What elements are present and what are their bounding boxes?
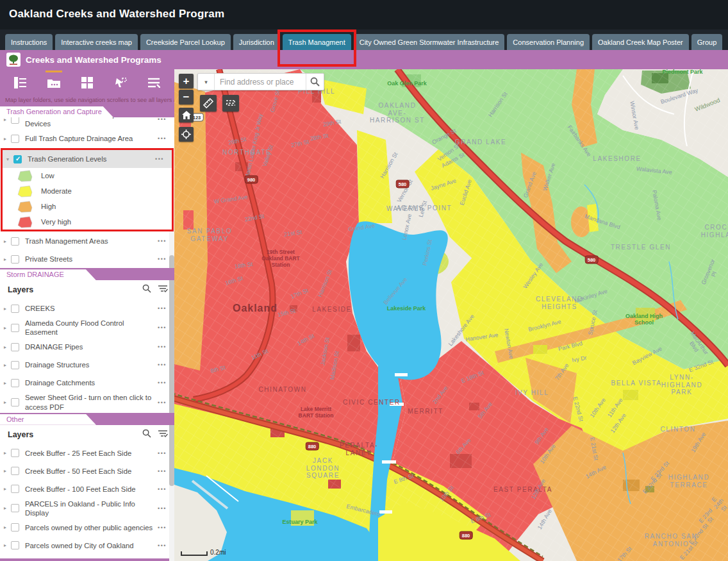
- collapse-icon[interactable]: ▾: [6, 156, 13, 162]
- search-icon[interactable]: [306, 74, 324, 90]
- map-layer-folders-icon[interactable]: [43, 69, 65, 96]
- tab-group[interactable]: Group: [691, 34, 723, 50]
- layer-menu-icon[interactable]: •••: [158, 362, 170, 368]
- scrollbar-thumb[interactable]: [169, 255, 174, 486]
- layer-checkbox[interactable]: [11, 467, 19, 475]
- tab-conservation-planning[interactable]: Conservation Planning: [507, 34, 590, 50]
- zoom-out-button[interactable]: −: [179, 90, 194, 105]
- search-input[interactable]: [215, 74, 306, 90]
- layer-row-alameda-county-flood-control-easement[interactable]: ▸Alameda County Flood Control Easement••…: [0, 317, 174, 338]
- expand-icon[interactable]: ▸: [4, 344, 11, 350]
- search-layers-icon[interactable]: [142, 429, 151, 440]
- layer-menu-icon[interactable]: •••: [158, 238, 170, 244]
- expand-icon[interactable]: ▸: [4, 542, 11, 548]
- expand-icon[interactable]: ▸: [4, 524, 11, 530]
- layer-row-trash-generation-levels[interactable]: ▾Trash Generation Levels•••: [3, 150, 172, 168]
- layer-checkbox[interactable]: [11, 343, 19, 351]
- layer-checkbox[interactable]: [11, 523, 19, 532]
- layer-checkbox[interactable]: [11, 237, 19, 246]
- expand-icon[interactable]: ▸: [4, 239, 11, 244]
- layer-menu-icon[interactable]: •••: [158, 135, 170, 142]
- toolbar-hint-text: Map layer folders, use side navigation s…: [0, 96, 174, 105]
- layer-menu-icon[interactable]: •••: [155, 156, 168, 162]
- tab-city-owned-green-stormwater-infrastructure[interactable]: City Owned Green Stormwater Infrastructu…: [354, 34, 505, 50]
- expand-icon[interactable]: ▸: [4, 486, 11, 492]
- layer-checkbox[interactable]: [11, 255, 19, 264]
- layer-menu-icon[interactable]: •••: [158, 468, 170, 474]
- layer-menu-icon[interactable]: •••: [158, 524, 170, 531]
- layer-checkbox[interactable]: [11, 449, 19, 457]
- layer-label: DRAINAGE Pipes: [25, 342, 158, 351]
- measure-tool-button[interactable]: [200, 95, 217, 112]
- zoom-in-button[interactable]: +: [179, 74, 194, 88]
- layer-menu-icon[interactable]: •••: [158, 324, 170, 331]
- layer-menu-icon[interactable]: •••: [158, 542, 170, 549]
- layer-checkbox[interactable]: [11, 324, 19, 332]
- expand-icon[interactable]: ▸: [4, 399, 11, 405]
- layer-row-creek-buffer-25-feet-each-side[interactable]: ▸Creek Buffer - 25 Feet Each Side•••: [0, 444, 174, 462]
- layer-checkbox[interactable]: [11, 541, 19, 549]
- layer-checkbox[interactable]: [11, 361, 19, 369]
- layer-checkbox[interactable]: [13, 155, 22, 163]
- tab-creekside-parcel-lookup[interactable]: Creekside Parcel Lookup: [140, 34, 231, 50]
- layer-menu-icon[interactable]: •••: [158, 344, 170, 350]
- filter-layers-icon[interactable]: [158, 429, 168, 440]
- layer-row-drainage-structures[interactable]: ▸Drainage Structures•••: [0, 356, 174, 374]
- map-viewport[interactable]: OaklandNORTHGATEWAVERLYSAN PABLO GATEWAY…: [174, 69, 728, 561]
- layer-row-drainage-catchments[interactable]: ▸Drainage Catchments•••: [0, 374, 174, 392]
- layer-checkbox[interactable]: [11, 398, 19, 406]
- layer-list-icon[interactable]: [10, 69, 31, 96]
- section-tab-storm-drainage[interactable]: Storm DRAINAGE: [0, 268, 174, 280]
- layer-row-private-streets[interactable]: ▸Private Streets•••: [0, 250, 174, 268]
- section-tab-trash-generation-and-capture[interactable]: Trash Generation and Capture: [0, 105, 174, 117]
- layer-checkbox[interactable]: [11, 485, 19, 493]
- layer-checkbox[interactable]: [11, 379, 19, 387]
- layer-menu-icon[interactable]: •••: [158, 486, 170, 492]
- expand-icon[interactable]: ▸: [4, 306, 11, 312]
- filter-layers-icon[interactable]: [158, 284, 168, 296]
- draw-tool-button[interactable]: [222, 95, 239, 112]
- layer-menu-icon[interactable]: •••: [158, 380, 170, 386]
- layer-row-full-trash-capture-drainage-area[interactable]: ▸Full Trash Capture Drainage Area•••: [0, 130, 174, 147]
- layer-row-sewer-sheet-grid-turn-on-then-click-to-access-pdf[interactable]: ▸Sewer Sheet Grid - turn on then click t…: [0, 392, 174, 412]
- layer-row-drainage-pipes[interactable]: ▸DRAINAGE Pipes•••: [0, 338, 174, 356]
- expand-icon[interactable]: ▸: [4, 136, 11, 142]
- layer-checkbox[interactable]: [11, 305, 19, 313]
- expand-icon[interactable]: ▸: [4, 325, 11, 331]
- layer-row-creek-buffer-100-feet-each-side[interactable]: ▸Creek Buffer - 100 Feet Each Side•••: [0, 480, 174, 498]
- expand-icon[interactable]: ▸: [4, 362, 11, 368]
- expand-icon[interactable]: ▸: [4, 505, 11, 511]
- tab-trash-managment[interactable]: Trash Managment: [283, 34, 351, 50]
- locate-button[interactable]: [179, 127, 194, 142]
- layer-checkbox[interactable]: [11, 135, 19, 143]
- layer-row-creeks[interactable]: ▸CREEKS•••: [0, 299, 174, 317]
- tab-jurisdiction[interactable]: Jurisdiction: [233, 34, 280, 50]
- expand-icon[interactable]: ▸: [4, 450, 11, 456]
- select-tool-icon[interactable]: [110, 69, 131, 96]
- expand-icon[interactable]: ▸: [4, 380, 11, 386]
- legend-menu-icon[interactable]: [143, 69, 165, 96]
- layer-row-creek-buffer-50-feet-each-side[interactable]: ▸Creek Buffer - 50 Feet Each Side•••: [0, 462, 174, 480]
- expand-icon[interactable]: ▸: [4, 256, 11, 262]
- search-dropdown-button[interactable]: ▾: [198, 74, 215, 90]
- layer-menu-icon[interactable]: •••: [158, 256, 170, 262]
- layer-row-parcels-owned-by-other-public-agencies[interactable]: ▸Parcels owned by other public agencies•…: [0, 519, 174, 537]
- layer-menu-icon[interactable]: •••: [158, 505, 170, 512]
- section-tab-other[interactable]: Other: [0, 413, 174, 425]
- layer-menu-icon[interactable]: •••: [158, 399, 170, 406]
- expand-icon[interactable]: ▸: [4, 468, 11, 474]
- home-button[interactable]: [179, 108, 194, 122]
- basemap-blocks-icon[interactable]: [76, 69, 98, 96]
- layer-row-trash-management-areas[interactable]: ▸Trash Management Areas•••: [0, 232, 174, 250]
- layer-checkbox[interactable]: [11, 504, 19, 512]
- search-layers-icon[interactable]: [142, 284, 151, 296]
- layer-menu-icon[interactable]: •••: [158, 305, 170, 312]
- layer-sections: Trash Generation and Capture▸Internation…: [0, 105, 174, 555]
- legend-label: High: [41, 203, 56, 210]
- tab-interactive-creeks-map[interactable]: Interactive creeks map: [55, 34, 138, 50]
- tab-instructions[interactable]: Instructions: [5, 34, 53, 50]
- layer-row-parcels-in-oakland-public-info-display[interactable]: ▸PARCELS in Oakland - Public Info Displa…: [0, 498, 174, 519]
- tab-oakland-creek-map-poster[interactable]: Oakland Creek Map Poster: [592, 34, 689, 50]
- layer-menu-icon[interactable]: •••: [158, 450, 170, 456]
- layer-row-parcels-owned-by-city-of-oakland[interactable]: ▸Parcels owned by City of Oakland•••: [0, 537, 174, 555]
